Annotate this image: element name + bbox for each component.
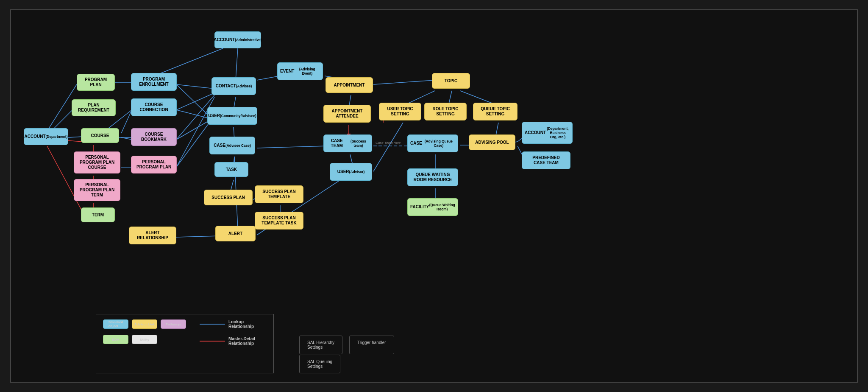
legend-sal-queuing: SAL QueuingSettings <box>299 355 340 373</box>
node-course-bookmark: COURSEBOOKMARK <box>131 128 177 146</box>
legend-right-area: SAL HierarchySettings Trigger handler <box>299 336 394 354</box>
svg-line-46 <box>176 84 209 116</box>
diagram-container: ACCOUNT(Administrative) ACCOUNT(Departme… <box>10 9 858 383</box>
svg-line-21 <box>373 123 403 171</box>
node-appointment-attendee: APPOINTMENTATTENDEE <box>323 105 371 123</box>
node-user-topic-setting: USER TOPICSETTING <box>379 103 421 120</box>
node-alert-relationship: ALERTRELATIONSHIP <box>129 227 176 244</box>
node-personal-program-plan-term: PERSONALPROGRAM PLANTERM <box>74 179 120 201</box>
node-program-enrollment: PROGRAMENROLLMENT <box>131 73 177 91</box>
node-queue-topic-setting: QUEUE TOPICSETTING <box>473 103 517 120</box>
node-term: TERM <box>81 207 115 222</box>
node-personal-program-plan-course: PERSONALPROGRAM PLANCOURSE <box>74 151 120 174</box>
node-task: TASK <box>214 162 248 177</box>
svg-line-49 <box>176 123 209 167</box>
legend-box: Standardobject Advisor Link Pathways EDA… <box>96 314 274 373</box>
node-event: EVENT(Advising Event) <box>277 62 323 80</box>
legend-eda: EDA <box>103 335 128 344</box>
svg-line-48 <box>176 120 209 140</box>
svg-line-1 <box>154 48 223 76</box>
node-account-dept2: ACCOUNT(Department, BusinessOrg, etc.) <box>522 122 573 144</box>
node-user-advisor: USER(Advisor) <box>330 163 372 181</box>
case-team-role-label: Case Team Role <box>376 141 401 145</box>
node-course: COURSE <box>81 128 119 143</box>
node-case-advising-queue: CASE(Advising Queue Case) <box>407 134 458 152</box>
node-personal-program-plan: PERSONALPROGRAM PLAN <box>131 156 177 174</box>
node-topic: TOPIC <box>432 73 470 89</box>
node-user-community: USER(Community/Advisee) <box>207 107 257 125</box>
node-success-plan: SUCCESS PLAN <box>204 190 253 205</box>
node-plan-requirement: PLANREQUIREMENT <box>72 99 116 116</box>
node-advising-pool: ADVISING POOL <box>469 134 515 150</box>
node-queue-waiting-room: QUEUE WAITINGROOM RESOURCE <box>407 168 458 186</box>
legend-sal-hierarchy: SAL HierarchySettings <box>299 336 342 354</box>
svg-line-23 <box>176 236 219 237</box>
node-contact: CONTACT(Advisee) <box>211 77 256 95</box>
legend-trigger-handler: Trigger handler <box>349 336 394 354</box>
svg-line-9 <box>373 80 435 84</box>
node-predefined-case-team: PREDEFINEDCASE TEAM <box>522 151 570 169</box>
node-course-connection: COURSECONNECTION <box>131 98 177 116</box>
node-account-dept: ACCOUNT(Department) <box>24 128 68 145</box>
svg-line-13 <box>257 146 327 148</box>
node-success-plan-template: SUCCESS PLANTEMPLATE <box>255 185 303 203</box>
node-case-advisee: CASE(Advisee Case) <box>209 137 255 154</box>
node-case-team: CASE TEAM(Success team) <box>323 134 372 152</box>
svg-line-0 <box>236 48 238 80</box>
svg-line-29 <box>121 137 132 140</box>
legend-utility: Utility <box>132 335 157 344</box>
legend-advisor-link: Advisor Link <box>132 319 157 329</box>
svg-line-47 <box>176 110 209 118</box>
svg-line-28 <box>121 110 132 133</box>
node-facility: FACILITY(Queue Waiting Room) <box>407 198 458 216</box>
node-program-plan: PROGRAMPLAN <box>77 74 115 91</box>
node-appointment: APPOINTMENT <box>326 77 373 93</box>
legend-pathways: Pathways <box>161 319 186 329</box>
node-alert: ALERT <box>215 226 256 241</box>
node-account-admin: ACCOUNT(Administrative) <box>214 31 261 48</box>
node-success-plan-template-task: SUCCESS PLANTEMPLATE TASK <box>255 212 303 230</box>
node-role-topic-setting: ROLE TOPICSETTING <box>424 103 467 120</box>
svg-line-42 <box>176 84 214 89</box>
legend-standard-object: Standardobject <box>103 319 128 329</box>
